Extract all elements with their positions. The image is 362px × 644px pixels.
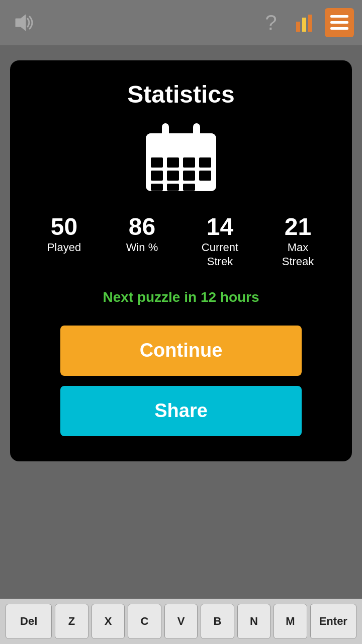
help-button[interactable]: ? — [256, 8, 286, 37]
svg-rect-19 — [199, 171, 211, 181]
key-x[interactable]: X — [92, 604, 125, 639]
modal-title: Statistics — [127, 80, 234, 108]
stats-button[interactable] — [291, 8, 320, 37]
svg-rect-5 — [330, 21, 348, 24]
key-enter[interactable]: Enter — [310, 604, 356, 639]
svg-rect-13 — [167, 157, 179, 168]
key-b[interactable]: B — [201, 604, 234, 639]
svg-rect-17 — [167, 171, 179, 181]
key-del[interactable]: Del — [6, 604, 52, 639]
svg-rect-9 — [146, 144, 216, 152]
stat-current-streak-label: CurrentStrek — [202, 240, 238, 269]
key-z[interactable]: Z — [55, 604, 88, 639]
stat-win-pct-number: 86 — [129, 214, 155, 240]
stat-max-streak: 21 MaxStreak — [263, 214, 333, 269]
stat-current-streak-number: 14 — [207, 214, 233, 240]
key-n[interactable]: N — [237, 604, 270, 639]
stat-current-streak: 14 CurrentStrek — [185, 214, 255, 269]
toolbar: ? — [0, 0, 362, 45]
key-c[interactable]: C — [128, 604, 161, 639]
next-puzzle-text: Next puzzle in 12 hours — [103, 289, 259, 305]
svg-rect-2 — [302, 18, 306, 32]
main-area: Statistics — [0, 45, 362, 619]
key-v[interactable]: V — [164, 604, 198, 639]
key-m[interactable]: M — [274, 604, 307, 639]
svg-rect-15 — [199, 157, 211, 168]
svg-rect-1 — [296, 22, 300, 32]
svg-rect-6 — [330, 27, 348, 30]
stat-played-number: 50 — [51, 214, 77, 240]
menu-button[interactable] — [325, 8, 354, 37]
svg-rect-12 — [151, 157, 163, 168]
stat-played-label: Played — [47, 240, 81, 255]
sound-button[interactable] — [8, 8, 37, 37]
calendar-icon — [141, 118, 221, 194]
svg-rect-22 — [183, 184, 195, 191]
statistics-modal: Statistics — [10, 60, 352, 461]
svg-rect-10 — [162, 123, 169, 141]
keyboard: Del Z X C V B N M Enter — [0, 599, 362, 644]
stat-played: 50 Played — [29, 214, 100, 269]
svg-rect-11 — [193, 123, 200, 141]
continue-button[interactable]: Continue — [60, 326, 302, 376]
svg-rect-4 — [330, 15, 348, 18]
svg-rect-14 — [183, 157, 195, 168]
svg-rect-16 — [151, 171, 163, 181]
svg-marker-0 — [16, 15, 26, 31]
stat-max-streak-label: MaxStreak — [282, 240, 314, 269]
stat-win-pct-label: Win % — [126, 240, 158, 255]
svg-rect-21 — [167, 184, 179, 191]
stats-row: 50 Played 86 Win % 14 CurrentStrek 21 Ma… — [25, 214, 337, 269]
stat-win-pct: 86 Win % — [107, 214, 177, 269]
svg-rect-18 — [183, 171, 195, 181]
svg-rect-3 — [308, 15, 312, 32]
share-button[interactable]: Share — [60, 386, 302, 436]
svg-rect-20 — [151, 184, 163, 191]
stat-max-streak-number: 21 — [285, 214, 311, 240]
